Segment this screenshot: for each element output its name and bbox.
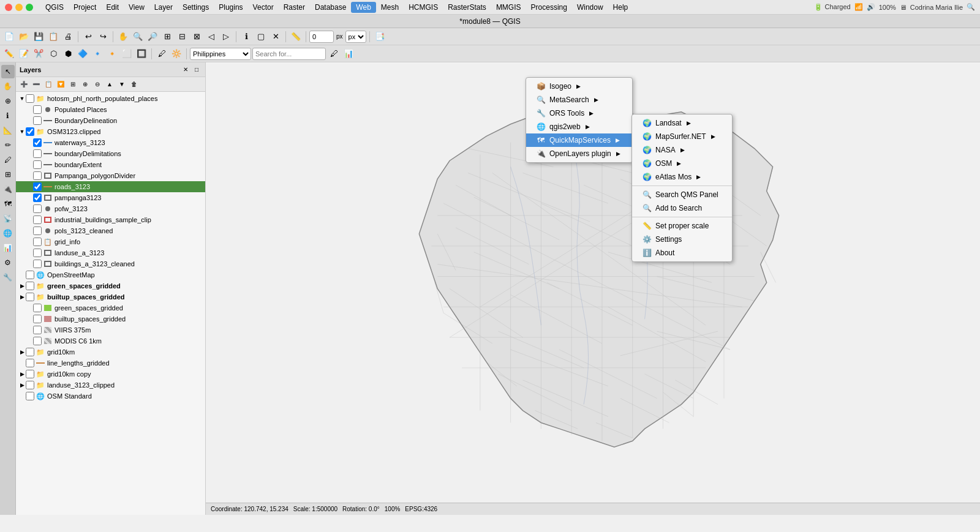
- edit-btn5[interactable]: ⬢: [61, 47, 75, 61]
- isogeo-menu-item[interactable]: 📦 Isogeo: [526, 80, 632, 93]
- layer-item-pampanga_poly[interactable]: Pampanga_polygonDivider: [16, 170, 205, 181]
- menu-item-rasterstats[interactable]: RasterStats: [443, 2, 491, 13]
- expand-icon-grid_info[interactable]: [26, 238, 33, 245]
- layer-check-green_gridded_g[interactable]: [26, 282, 34, 290]
- layer-item-pofw3123[interactable]: pofw_3123: [16, 203, 205, 214]
- layer-check-viirs[interactable]: [33, 326, 42, 334]
- layer-item-industrial[interactable]: industrial_buildings_sample_clip: [16, 214, 205, 225]
- layers-expand-btn[interactable]: □: [192, 65, 202, 75]
- remove-selected-btn[interactable]: 🗑: [129, 79, 140, 90]
- remove-layer-btn[interactable]: ➖: [31, 79, 42, 90]
- move-up-btn[interactable]: ▲: [104, 79, 115, 90]
- layer-check-builtup_gridded[interactable]: [33, 315, 42, 323]
- menu-item-hcmgis[interactable]: HCMGIS: [404, 2, 443, 13]
- open-project-btn[interactable]: 📂: [17, 30, 31, 43]
- menu-item-raster[interactable]: Raster: [279, 2, 310, 13]
- layer-check-pols_cleaned[interactable]: [33, 227, 42, 235]
- expand-icon-pofw3123[interactable]: [26, 205, 33, 212]
- identify-btn[interactable]: ℹ: [239, 30, 253, 43]
- layer-check-builtup_gridded_g[interactable]: [26, 293, 34, 301]
- layer-item-green_gridded_g[interactable]: ▶📁green_spaces_gridded: [16, 280, 205, 291]
- save-as-btn[interactable]: 📋: [47, 30, 60, 43]
- plugin-tool6[interactable]: ⚙: [1, 256, 15, 269]
- edit-btn7[interactable]: 🔹: [91, 47, 104, 61]
- expand-icon-grid10km[interactable]: ▶: [18, 348, 26, 356]
- search-qms-panel-item[interactable]: 🔍 Search QMS Panel: [632, 188, 732, 201]
- layer-check-industrial[interactable]: [33, 215, 42, 224]
- expand-icon-viirs[interactable]: [26, 326, 33, 334]
- layer-check-modis[interactable]: [33, 337, 42, 345]
- layer-check-roads3123[interactable]: [33, 182, 42, 191]
- menu-item-database[interactable]: Database: [310, 2, 351, 13]
- add-to-search-item[interactable]: 🔍 Add to Search: [632, 201, 732, 215]
- edit-tool[interactable]: ✏: [1, 138, 15, 152]
- move-down-btn[interactable]: ▼: [116, 79, 127, 90]
- digitize-btn[interactable]: 🖊: [155, 47, 168, 61]
- layer-check-landuse_3123[interactable]: [26, 381, 34, 389]
- layer-check-boundaryDel[interactable]: [33, 116, 42, 125]
- open-attr-btn[interactable]: 📋: [43, 79, 54, 90]
- redo-btn[interactable]: ↪: [96, 30, 110, 43]
- set-proper-scale-item[interactable]: 📏 Set proper scale: [632, 219, 732, 233]
- layer-check-buildings_cleaned[interactable]: [33, 260, 42, 268]
- layer-check-waterways[interactable]: [33, 138, 42, 147]
- zoom-layer-btn[interactable]: ⊟: [175, 30, 189, 43]
- map-area[interactable]: 📦 Isogeo 🔍 MetaSearch 🔧 ORS Tools 🌐 qgis…: [206, 62, 980, 515]
- identify-tool[interactable]: ℹ: [1, 109, 15, 122]
- mapsurfer-menu-item[interactable]: 🌍 MapSurfer.NET: [632, 130, 732, 143]
- measure-btn[interactable]: 📏: [289, 30, 303, 43]
- edit-btn10[interactable]: 🔲: [135, 47, 148, 61]
- qgis2web-menu-item[interactable]: 🌐 qgis2web: [526, 120, 632, 133]
- layer-item-builtup_gridded_g[interactable]: ▶📁builtup_spaces_gridded: [16, 291, 205, 302]
- plugin-tool4[interactable]: 🌐: [1, 227, 15, 240]
- layer-check-grid_info[interactable]: [33, 238, 42, 246]
- eatlas-menu-item[interactable]: 🌍 eAtlas Mos: [632, 170, 732, 184]
- select-tool[interactable]: ↖: [1, 65, 15, 78]
- zoom-next-btn[interactable]: ▷: [219, 30, 233, 43]
- landsat-menu-item[interactable]: 🌍 Landsat: [632, 116, 732, 130]
- layer-check-pampanga_poly[interactable]: [33, 171, 42, 180]
- layer-check-pampanga3123[interactable]: [33, 193, 42, 202]
- settings-item[interactable]: ⚙️ Settings: [632, 233, 732, 246]
- layer-item-osm_group[interactable]: 🌐OpenStreetMap: [16, 269, 205, 280]
- layer-item-pols_cleaned[interactable]: pols_3123_cleaned: [16, 225, 205, 236]
- menu-item-help[interactable]: Help: [608, 2, 633, 13]
- menu-item-vector[interactable]: Vector: [248, 2, 279, 13]
- zoom-in-btn[interactable]: 🔍: [131, 30, 145, 43]
- expand-icon-builtup_gridded[interactable]: [26, 315, 33, 323]
- menu-item-view[interactable]: View: [124, 2, 149, 13]
- close-button[interactable]: [5, 4, 12, 11]
- layer-check-osm_group[interactable]: [26, 271, 34, 279]
- expand-icon-modis[interactable]: [26, 337, 33, 345]
- expand-icon-pampanga3123[interactable]: [26, 194, 33, 201]
- filter-layer-btn[interactable]: 🔽: [55, 79, 66, 90]
- save-project-btn[interactable]: 💾: [32, 30, 45, 43]
- search-input[interactable]: [252, 48, 326, 60]
- menu-item-layer[interactable]: Layer: [149, 2, 178, 13]
- layer-item-line_lengths[interactable]: line_lengths_gridded: [16, 358, 205, 369]
- layers-toggle-btn[interactable]: ✕: [181, 65, 190, 75]
- expand-icon-hotosm[interactable]: ▼: [18, 95, 26, 102]
- layer-check-hotosm[interactable]: [26, 94, 34, 103]
- collapse-all-btn[interactable]: ⊖: [92, 79, 103, 90]
- zoom-tool[interactable]: ⊕: [1, 94, 15, 108]
- highlight-btn[interactable]: 🔆: [170, 47, 183, 61]
- expand-icon-osm3123[interactable]: ▼: [18, 128, 26, 135]
- measure-tool[interactable]: 📐: [1, 124, 15, 137]
- maximize-button[interactable]: [26, 4, 33, 11]
- layer-item-roads3123[interactable]: roads_3123: [16, 181, 205, 192]
- expand-icon-pampanga_poly[interactable]: [26, 172, 33, 179]
- layer-check-boundDelim[interactable]: [33, 149, 42, 158]
- nasa-menu-item[interactable]: 🌍 NASA: [632, 143, 732, 157]
- edit-btn8[interactable]: 🔸: [105, 47, 119, 61]
- menu-item-mesh[interactable]: Mesh: [376, 2, 404, 13]
- expand-icon-boundaryDel[interactable]: [26, 117, 33, 124]
- menu-item-edit[interactable]: Edit: [101, 2, 124, 13]
- layer-item-boundaryDel[interactable]: BoundaryDelineation: [16, 115, 205, 126]
- minimize-button[interactable]: [15, 4, 23, 11]
- layer-item-grid10km[interactable]: ▶📁grid10km: [16, 347, 205, 358]
- menu-item-mmgis[interactable]: MMGIS: [491, 2, 526, 13]
- plugin-tool3[interactable]: 📡: [1, 212, 15, 225]
- layer-item-osm3123[interactable]: ▼📁OSM3123.clipped: [16, 126, 205, 137]
- zoom-selection-btn[interactable]: ⊠: [190, 30, 203, 43]
